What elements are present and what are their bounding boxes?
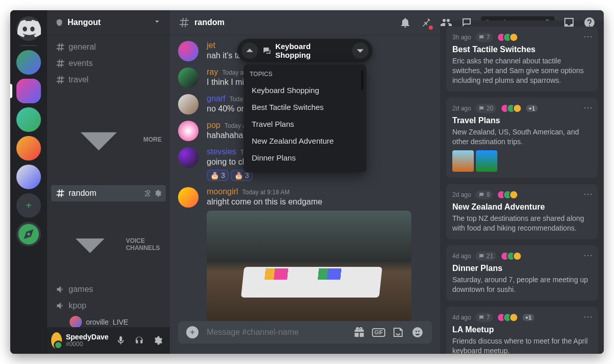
avatar[interactable]: [178, 94, 199, 115]
thread-age: 3h ago: [452, 34, 471, 41]
reaction-emoji: 🎂: [234, 171, 243, 179]
thread-meta: 2d ago20+1: [452, 104, 591, 113]
message-author[interactable]: stevsies: [207, 147, 236, 156]
server-name: Hangout: [68, 18, 101, 27]
thread-more-button[interactable]: ⋯: [583, 32, 593, 41]
reaction-count: 3: [221, 171, 225, 179]
channel-travel[interactable]: travel: [51, 72, 166, 88]
reaction[interactable]: 🎂3: [207, 170, 229, 181]
message-author[interactable]: moongirl: [207, 187, 238, 196]
server-avatar-1[interactable]: [16, 50, 41, 75]
avatar[interactable]: [178, 67, 199, 88]
message-timestamp: Today at 9:18 AM: [242, 189, 290, 196]
more-count: +1: [526, 105, 538, 112]
channel-label: events: [69, 59, 93, 68]
reaction-emoji: 🎂: [210, 171, 219, 179]
boost-icon: [55, 18, 63, 27]
message-author[interactable]: pop: [207, 121, 221, 130]
thread-age: 4d ago: [452, 253, 471, 260]
thread-more-button[interactable]: ⋯: [583, 103, 593, 112]
dropdown-scrollbar[interactable]: [361, 71, 363, 90]
create-invite-icon[interactable]: [143, 189, 151, 197]
topic-option[interactable]: Travel Plans: [250, 116, 364, 132]
thread-more-button[interactable]: ⋯: [583, 312, 593, 321]
thread-card[interactable]: ⋯2d ago9New Zealand AdventureThe top NZ …: [446, 184, 598, 239]
channel-sidebar: Hangout generaleventstravel MORE random …: [47, 10, 170, 354]
hash-icon: [55, 75, 65, 85]
topic-option[interactable]: Keyboard Shopping: [250, 82, 364, 99]
avatar[interactable]: [178, 121, 199, 141]
thread-card[interactable]: ⋯4d ago21Dinner PlansSaturday, around 7,…: [446, 245, 598, 301]
attach-button[interactable]: +: [186, 326, 199, 338]
avatar[interactable]: [178, 147, 199, 168]
add-server-button[interactable]: +: [16, 193, 41, 218]
home-button[interactable]: [16, 16, 41, 41]
self-info[interactable]: SpeedyDave #0000: [66, 333, 108, 348]
message-text: alright come on this is endgame: [207, 196, 411, 208]
server-avatar-5[interactable]: [16, 165, 41, 189]
emoji-button[interactable]: [411, 326, 424, 338]
user-settings-button[interactable]: [149, 332, 166, 349]
voice-channel-games[interactable]: games: [51, 281, 166, 298]
channel-random[interactable]: random: [51, 185, 166, 201]
thread-more-button[interactable]: ⋯: [583, 189, 593, 198]
discord-logo-icon: [16, 16, 41, 41]
sticker-button[interactable]: [392, 326, 404, 338]
topic-option[interactable]: New Zealand Adventure: [250, 132, 364, 149]
voice-channel-kpop[interactable]: kpop: [51, 298, 166, 314]
deafen-button[interactable]: [131, 332, 147, 349]
avatar[interactable]: [178, 187, 199, 208]
message-author[interactable]: jet: [207, 41, 215, 50]
channel-label: random: [69, 189, 96, 198]
server-header[interactable]: Hangout: [47, 10, 170, 35]
gear-icon[interactable]: [154, 189, 162, 197]
thumbnail[interactable]: [476, 150, 497, 172]
topic-option[interactable]: Dinner Plans: [250, 149, 364, 166]
topic-prev-button[interactable]: [242, 42, 258, 59]
avatar: [70, 316, 82, 327]
topic-option[interactable]: Best Tactile Switches: [250, 99, 364, 116]
thread-age: 2d ago: [452, 191, 471, 198]
message-author[interactable]: ray: [207, 67, 218, 77]
thread-title: LA Meetup: [452, 325, 591, 334]
server-avatar-4[interactable]: [16, 136, 41, 161]
threads-panel: ⋯3h ago7Best Tactile SwitchesEric asks t…: [440, 20, 604, 354]
thread-message-count: 21: [475, 252, 496, 261]
notifications-icon[interactable]: [399, 16, 411, 29]
channel-events[interactable]: events: [51, 55, 166, 72]
speaker-icon: [55, 284, 65, 294]
topic-pill: Keyboard Shopping: [237, 39, 372, 62]
message-author[interactable]: gnarf: [207, 94, 225, 103]
more-count: +1: [522, 314, 534, 321]
thread-meta: 2d ago9: [452, 190, 591, 199]
message-composer[interactable]: + Message #channel-name GIF: [178, 321, 432, 344]
thread-card[interactable]: ⋯3h ago7Best Tactile SwitchesEric asks t…: [446, 27, 598, 92]
voice-user[interactable]: orovilleLIVE: [51, 314, 166, 327]
thumbnail[interactable]: [452, 150, 474, 172]
thread-title: Best Tactile Switches: [452, 45, 591, 54]
chat-column: Keyboard Shopping TOPICS Keyboard Shoppi…: [170, 35, 440, 354]
topic-next-button[interactable]: [352, 42, 368, 59]
section-more[interactable]: MORE: [51, 88, 166, 185]
server-avatar-3[interactable]: [16, 107, 41, 132]
chevron-down-icon: [152, 17, 162, 28]
thread-card[interactable]: ⋯4d ago7+1LA MeetupFriends discuss where…: [446, 307, 598, 354]
gif-button[interactable]: GIF: [372, 326, 385, 338]
section-voice[interactable]: VOICE CHANNELS: [51, 201, 166, 281]
self-avatar[interactable]: [51, 332, 62, 349]
gift-button[interactable]: [353, 326, 365, 338]
channel-general[interactable]: general: [51, 39, 166, 55]
thread-more-button[interactable]: ⋯: [583, 251, 593, 260]
server-avatar-2[interactable]: [16, 79, 41, 103]
hash-icon: [55, 58, 65, 69]
message-list: Keyboard Shopping TOPICS Keyboard Shoppi…: [170, 35, 440, 321]
explore-servers-button[interactable]: [16, 222, 41, 246]
avatar[interactable]: [178, 41, 199, 61]
message-attachment-image[interactable]: [207, 211, 411, 321]
chevron-down-icon: [55, 210, 125, 279]
thread-card[interactable]: ⋯2d ago20+1Travel PlansNew Zealand, US, …: [446, 98, 598, 178]
user-panel: SpeedyDave #0000: [47, 327, 170, 354]
thread-thumbnails: [452, 150, 591, 172]
mute-button[interactable]: [113, 332, 129, 349]
pinned-messages-icon[interactable]: [420, 16, 432, 29]
